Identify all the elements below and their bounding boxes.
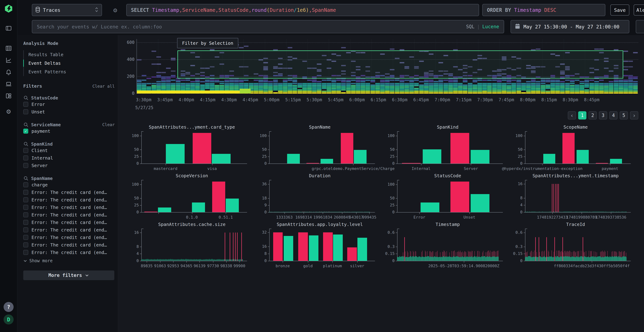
filter-option[interactable]: Error: The credit card (end… bbox=[23, 211, 116, 218]
filter-option[interactable]: Error: The credit card (end… bbox=[23, 249, 116, 256]
logo-icon[interactable] bbox=[4, 4, 13, 13]
alerts-button[interactable]: Alerts bbox=[634, 4, 644, 16]
language-sql-option[interactable]: SQL bbox=[466, 24, 474, 29]
run-query-button[interactable] bbox=[636, 20, 644, 33]
filter-option[interactable]: Error bbox=[23, 100, 116, 108]
laptop-icon[interactable] bbox=[4, 80, 13, 88]
dashboard-icon[interactable] bbox=[4, 92, 13, 100]
page-button-5[interactable]: 5 bbox=[620, 111, 628, 120]
density-spike-green bbox=[596, 257, 597, 261]
density-spike-green bbox=[276, 212, 276, 212]
density-spike-green bbox=[592, 212, 592, 212]
y-axis-spine bbox=[141, 180, 142, 212]
clear-all-filters-link[interactable]: Clear all bbox=[92, 84, 115, 88]
page-button-3[interactable]: 3 bbox=[599, 111, 607, 120]
language-lucene-option[interactable]: Lucene bbox=[482, 24, 499, 29]
density-spike-green bbox=[449, 256, 450, 261]
y-tick-label: 8 bbox=[254, 251, 267, 256]
heatmap-x-tick-label: 7:15pm bbox=[456, 97, 472, 102]
filter-option[interactable]: Error: The credit card (end… bbox=[23, 204, 116, 211]
filter-option[interactable]: Error: The credit card (end… bbox=[23, 196, 116, 204]
checkbox[interactable] bbox=[23, 109, 28, 114]
density-spike-green bbox=[592, 256, 593, 261]
gear-icon[interactable]: ⚙ bbox=[4, 107, 13, 116]
order-by-editor[interactable]: ORDER BY Timestamp DESC bbox=[482, 4, 605, 16]
checkbox[interactable] bbox=[23, 220, 28, 225]
help-button[interactable]: ? bbox=[4, 302, 14, 312]
previous-page-button[interactable]: ‹ bbox=[568, 111, 576, 120]
filter-by-selection-button[interactable]: Filter by Selection bbox=[177, 38, 238, 48]
checkbox[interactable] bbox=[23, 190, 28, 195]
source-select[interactable]: Traces bbox=[32, 4, 102, 16]
filter-option[interactable]: ✓payment bbox=[23, 127, 116, 135]
save-button[interactable]: Save bbox=[610, 4, 629, 16]
clear-filter-link[interactable]: Clear bbox=[102, 122, 115, 127]
heatmap-x-tick-label: 6:45pm bbox=[413, 97, 429, 102]
search-input[interactable] bbox=[32, 20, 504, 33]
y-tick-label: 50 bbox=[382, 196, 395, 200]
checkbox[interactable] bbox=[23, 250, 28, 255]
delta-bar-green bbox=[287, 154, 300, 164]
user-avatar[interactable]: D bbox=[4, 314, 14, 324]
filter-option[interactable]: Unset bbox=[23, 108, 116, 116]
filter-option[interactable]: Error: The credit card (end… bbox=[23, 226, 116, 234]
filter-option-label: payment bbox=[32, 128, 50, 134]
bell-icon[interactable] bbox=[4, 68, 13, 76]
filter-option[interactable]: Error: The credit card (end… bbox=[23, 234, 116, 241]
filter-option[interactable]: Client bbox=[23, 147, 116, 154]
next-page-button[interactable]: › bbox=[630, 111, 638, 120]
density-spike-green bbox=[292, 212, 293, 212]
checkbox[interactable] bbox=[23, 235, 28, 240]
analysis-mode-item-results-table[interactable]: Results Table bbox=[24, 50, 116, 59]
more-filters-button[interactable]: More filters bbox=[23, 270, 114, 280]
line-chart-icon[interactable] bbox=[4, 56, 13, 64]
checkbox[interactable] bbox=[23, 102, 28, 107]
page-button-4[interactable]: 4 bbox=[609, 111, 618, 120]
filter-option[interactable]: Server bbox=[23, 162, 116, 169]
page-button-1[interactable]: 1 bbox=[578, 111, 586, 120]
density-spike-green bbox=[490, 257, 491, 261]
x-tick-mark bbox=[186, 261, 187, 262]
checkbox[interactable] bbox=[23, 205, 28, 210]
chart-title: ScopeVersion bbox=[141, 173, 242, 178]
active-indicator bbox=[23, 60, 24, 67]
density-spike-green bbox=[172, 259, 172, 261]
filter-option[interactable]: Error: The credit card (end… bbox=[23, 241, 116, 249]
checkbox[interactable] bbox=[23, 227, 28, 232]
sql-select-editor[interactable]: SELECT Timestamp,ServiceName,StatusCode,… bbox=[126, 4, 479, 16]
checkbox[interactable]: ✓ bbox=[23, 128, 28, 134]
source-settings-gear-icon[interactable]: ⚙ bbox=[111, 4, 120, 16]
logs-icon[interactable] bbox=[4, 44, 13, 52]
density-spike-green bbox=[586, 212, 587, 212]
density-spike-green bbox=[620, 256, 620, 261]
checkbox[interactable] bbox=[23, 163, 28, 168]
density-spike-green bbox=[398, 257, 398, 261]
filter-option[interactable]: Error: The credit card (end… bbox=[23, 188, 116, 196]
analysis-mode-item-event-deltas[interactable]: Event Deltas bbox=[24, 59, 116, 68]
checkbox[interactable] bbox=[23, 182, 28, 187]
y-tick-mark bbox=[268, 150, 269, 150]
checkbox[interactable] bbox=[23, 148, 28, 153]
selection-rectangle[interactable] bbox=[178, 50, 623, 78]
checkbox[interactable] bbox=[23, 197, 28, 202]
density-spike-green bbox=[300, 212, 301, 212]
chart-scopeversion: ScopeVersion100502500.1.00.51.1 bbox=[128, 173, 253, 221]
filter-option[interactable]: Internal bbox=[23, 154, 116, 162]
density-spike-green bbox=[190, 260, 190, 261]
date-range-picker[interactable]: May 27 15:30:00 - May 27 21:00:00 bbox=[510, 20, 629, 33]
show-more-link[interactable]: Show more bbox=[23, 258, 116, 263]
filter-option[interactable]: charge bbox=[23, 181, 116, 188]
density-spike-green bbox=[625, 256, 626, 261]
density-spike-green bbox=[569, 256, 569, 261]
density-spike-green bbox=[608, 257, 608, 261]
analysis-mode-item-event-patterns[interactable]: Event Patterns bbox=[24, 68, 116, 76]
page-button-2[interactable]: 2 bbox=[588, 111, 597, 120]
checkbox[interactable] bbox=[23, 242, 28, 248]
density-spike-green bbox=[483, 256, 484, 261]
checkbox[interactable] bbox=[23, 156, 28, 160]
panels-icon[interactable] bbox=[4, 24, 13, 32]
density-spike-green bbox=[451, 257, 451, 261]
checkbox[interactable] bbox=[23, 212, 28, 217]
filter-option[interactable]: Error: The credit card (end… bbox=[23, 218, 116, 226]
x-tick-label: 2025-05-28T03:59:14.900820000Z bbox=[428, 264, 499, 268]
